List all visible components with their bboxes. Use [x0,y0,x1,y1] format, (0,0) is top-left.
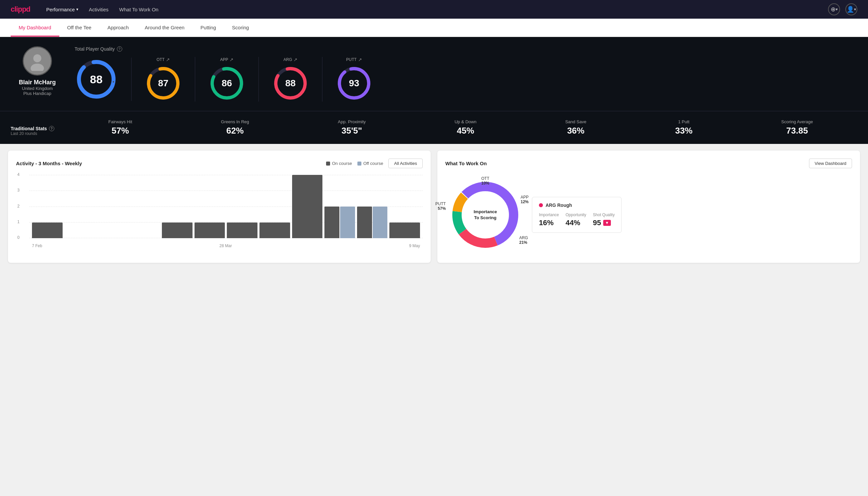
stat-1-putt: 1 Putt 33% [675,119,693,136]
nav-activities[interactable]: Activities [89,7,109,12]
app-donut: 86 [208,65,245,102]
bar-group-11 [389,222,420,238]
tab-scoring[interactable]: Scoring [224,19,257,37]
sand-save-label: Sand Save [565,119,586,124]
player-country: United Kingdom [22,86,53,91]
legend-off-course: Off course [358,161,383,166]
tab-off-the-tee[interactable]: Off the Tee [59,19,99,37]
bar-group-10 [357,206,388,238]
user-icon: 👤 [847,6,854,13]
scores-section: Total Player Quality ? 88 [75,46,857,102]
logo: clippd [11,5,30,14]
opportunity-label: Opportunity [566,213,586,217]
total-player-quality-label: Total Player Quality ? [75,46,857,52]
putt-trend-icon: ↗ [358,57,362,62]
ott-trend-icon: ↗ [166,57,170,62]
view-dashboard-button[interactable]: View Dashboard [809,158,852,168]
bar-on-course-7 [259,222,290,238]
what-to-work-on-card: What To Work On View Dashboard Imp [437,151,860,263]
app-proximity-label: App. Proximity [338,119,366,124]
arg-score-value: 88 [285,78,296,89]
bar-off-course-10 [373,206,388,238]
x-axis: 7 Feb 28 Mar 9 May [29,244,423,248]
on-course-dot [326,161,330,166]
add-button[interactable]: ⊕ ▾ [828,3,840,15]
user-menu[interactable]: 👤 ▾ [845,3,857,15]
ott-score-card: OTT ↗ 87 [131,57,195,102]
main-score-value: 88 [90,73,102,86]
hero-section: Blair McHarg United Kingdom Plus Handica… [0,37,868,111]
stat-fairways-hit: Fairways Hit 57% [108,119,132,136]
shot-quality-badge: ▼ [603,220,611,226]
player-name: Blair McHarg [19,79,56,86]
tab-around-the-green[interactable]: Around the Green [137,19,192,37]
tab-putting[interactable]: Putting [192,19,224,37]
app-trend-icon: ↗ [230,57,234,62]
x-label-feb: 7 Feb [32,244,42,248]
fairways-hit-value: 57% [112,126,129,136]
trad-stats-info-icon[interactable]: ? [49,126,54,131]
bar-group-3 [129,237,160,238]
bar-group-8 [292,175,323,238]
wtwo-header: What To Work On View Dashboard [445,158,852,168]
bar-group-5 [194,222,225,238]
wtwo-title: What To Work On [445,160,487,166]
arg-trend-icon: ↗ [294,57,297,62]
bar-chart: 4 3 2 1 0 7 Feb 28 Mar 9 May [16,175,423,248]
activity-card: Activity - 3 Months - Weekly On course O… [8,151,431,263]
ott-ext-label: OTT10% [481,176,489,186]
bar-on-course-5 [194,222,225,238]
shot-quality-value: 95 [593,218,601,227]
activity-legend: On course Off course All Activities [326,158,423,168]
bar-group-7 [259,222,290,238]
bar-group-9 [325,206,355,238]
tpq-info-icon[interactable]: ? [117,46,122,52]
putt-donut: 93 [336,65,373,102]
activity-card-title: Activity - 3 Months - Weekly [16,160,82,166]
opportunity-value: 44% [566,218,586,227]
tab-approach[interactable]: Approach [99,19,137,37]
app-ext-label: APP12% [521,195,528,204]
scoring-avg-value: 73.85 [786,126,808,136]
stat-group-header: Traditional Stats ? Last 20 rounds [11,126,64,136]
detail-panel: ARG Rough Importance 16% Opportunity 44%… [532,197,621,233]
greens-in-reg-value: 62% [226,126,244,136]
detail-stat-shot-quality: Shot Quality 95 ▼ [593,213,615,227]
traditional-stats-label: Traditional Stats ? [11,126,64,131]
app-score-value: 86 [221,78,232,89]
all-activities-button[interactable]: All Activities [388,158,423,168]
arg-ext-label: ARG21% [519,235,528,245]
sand-save-value: 36% [567,126,585,136]
arg-donut: 88 [272,65,309,102]
bottom-section: Activity - 3 Months - Weekly On course O… [0,144,868,269]
stat-scoring-avg: Scoring Average 73.85 [782,119,813,136]
wtwo-donut-wrap: ImportanceTo Scoring OTT10% APP12% ARG21… [445,175,525,255]
putt-label: PUTT ↗ [346,57,362,62]
detail-stat-opportunity: Opportunity 44% [566,213,586,227]
one-putt-label: 1 Putt [678,119,690,124]
nav-performance[interactable]: Performance ▾ [46,7,78,12]
detail-dot [539,203,543,207]
stat-app-proximity: App. Proximity 35'5" [338,119,366,136]
greens-in-reg-label: Greens In Reg [221,119,249,124]
stat-sand-save: Sand Save 36% [565,119,586,136]
bar-group-6 [227,222,257,238]
nav-what-to-work-on[interactable]: What To Work On [119,7,159,12]
bar-on-course-8 [292,175,323,238]
importance-label: Importance [539,213,559,217]
add-dropdown-icon: ▾ [836,7,838,12]
arg-score-card: ARG ↗ 88 [259,57,322,102]
arg-label: ARG ↗ [283,57,297,62]
bar-group-1 [65,237,95,238]
tab-my-dashboard[interactable]: My Dashboard [11,19,59,37]
importance-value: 16% [539,218,559,227]
ott-score-value: 87 [158,78,168,89]
stats-bar: Traditional Stats ? Last 20 rounds Fairw… [0,111,868,144]
stat-greens-in-reg: Greens In Reg 62% [221,119,249,136]
sub-tabs: My Dashboard Off the Tee Approach Around… [0,19,868,37]
nav-right: ⊕ ▾ 👤 ▾ [828,3,857,15]
scores-row: 88 OTT ↗ 87 [75,57,857,102]
bar-on-course-11 [389,222,420,238]
user-dropdown-icon: ▾ [854,7,856,12]
up-down-label: Up & Down [455,119,477,124]
